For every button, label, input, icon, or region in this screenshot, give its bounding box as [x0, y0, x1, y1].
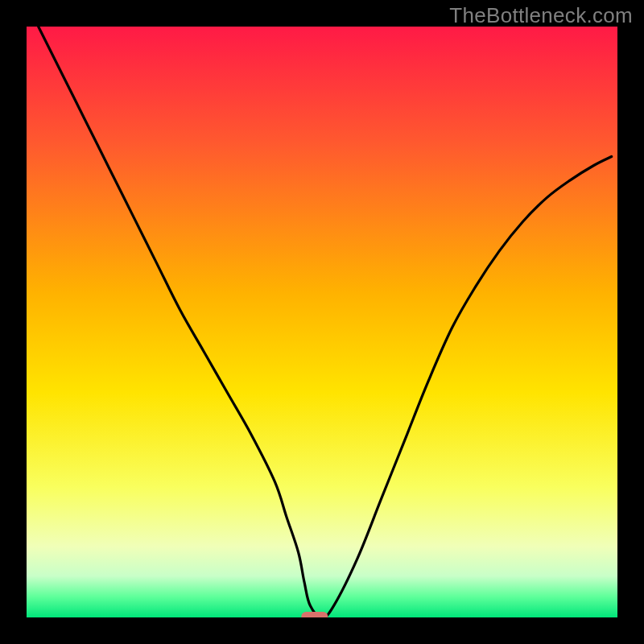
gradient-background: [27, 27, 617, 617]
chart-frame: TheBottleneck.com: [0, 0, 644, 644]
watermark-text: TheBottleneck.com: [449, 3, 633, 28]
plot-area: [27, 27, 617, 617]
optimum-marker: [301, 612, 328, 617]
chart-svg: [27, 27, 617, 617]
